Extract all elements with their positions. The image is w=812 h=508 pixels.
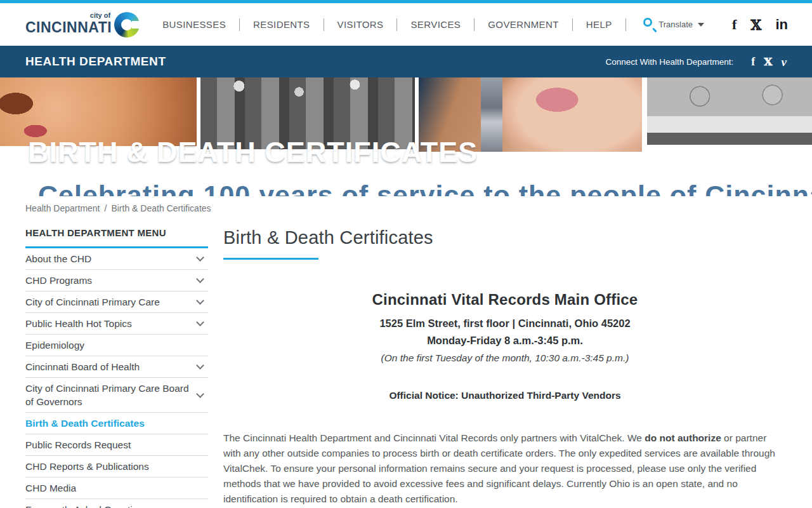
sidebar-item-board-of-health[interactable]: Cincinnati Board of Health	[25, 356, 208, 378]
sidebar-item-birth-death-certificates[interactable]: Birth & Death Certificates	[25, 413, 208, 434]
x-twitter-icon[interactable]: 𝕏	[764, 57, 772, 67]
vendor-notice-paragraph: The Cincinnati Health Department and Cin…	[223, 431, 787, 507]
chevron-down-icon	[196, 253, 204, 262]
nav-government[interactable]: GOVERNMENT	[488, 19, 559, 30]
title-accent-rule	[223, 258, 318, 260]
health-department-title[interactable]: HEALTH DEPARTMENT	[25, 55, 166, 69]
official-notice-heading: Official Notice: Unauthorized Third-Part…	[223, 390, 787, 401]
linkedin-icon[interactable]: in	[775, 18, 788, 32]
chevron-down-icon	[196, 318, 204, 326]
office-heading: Cincinnati Vital Records Main Office	[223, 291, 787, 309]
page-title: Birth & Death Certificates	[223, 227, 787, 248]
nav-residents[interactable]: RESIDENTS	[253, 19, 310, 30]
facebook-icon[interactable]: f	[732, 18, 737, 32]
health-department-menu: HEALTH DEPARTMENT MENU About the CHD CHD…	[25, 227, 208, 508]
nav-divider	[572, 18, 573, 31]
logo-cincinnati-text: CINCINNATI	[25, 19, 112, 36]
health-department-bar: HEALTH DEPARTMENT Connect With Health De…	[0, 46, 812, 77]
nav-services[interactable]: SERVICES	[410, 19, 461, 30]
translate-caret-icon[interactable]	[698, 23, 704, 27]
hero-banner: BIRTH & DEATH CERTIFICATES	[0, 77, 812, 152]
breadcrumb: Health Department/Birth & Death Certific…	[25, 203, 812, 213]
chevron-down-icon	[196, 390, 204, 398]
primary-nav: BUSINESSES RESIDENTS VISITORS SERVICES G…	[162, 17, 658, 33]
sidebar-item-about-the-chd[interactable]: About the CHD	[25, 248, 208, 270]
connect-label: Connect With Health Department:	[606, 57, 734, 67]
sidebar-item-faq[interactable]: Frequently Asked Questions	[25, 499, 208, 508]
site-header: city of CINCINNATI BUSINESSES RESIDENTS …	[0, 3, 812, 46]
chevron-down-icon	[196, 275, 204, 283]
hero-photo-incubator	[647, 77, 812, 145]
sidebar-item-hot-topics[interactable]: Public Health Hot Topics	[25, 313, 208, 335]
sidebar-item-public-records-request[interactable]: Public Records Request	[25, 434, 208, 456]
translate-label[interactable]: Translate	[658, 20, 693, 29]
office-address: 1525 Elm Street, first floor | Cincinnat…	[223, 318, 787, 330]
sidebar-item-primary-care[interactable]: City of Cincinnati Primary Care	[25, 291, 208, 313]
nav-divider	[239, 18, 240, 31]
office-hours: Monday-Friday 8 a.m.-3:45 p.m.	[223, 335, 787, 347]
office-hours-note: (On the first Tuesday of the month, 10:3…	[223, 352, 787, 364]
chevron-down-icon	[196, 297, 204, 305]
nav-divider	[474, 18, 475, 31]
logo-city-of-text: city of	[90, 11, 110, 19]
sidebar-item-primary-care-board-of-governors[interactable]: City of Cincinnati Primary Care Board of…	[25, 378, 208, 413]
search-icon[interactable]	[642, 17, 658, 33]
tagline-clipped-region: Celebrating 100 years of service to the …	[38, 182, 812, 196]
nav-divider	[324, 18, 324, 31]
sidebar-item-chd-reports-publications[interactable]: CHD Reports & Publications	[25, 456, 208, 478]
x-twitter-icon[interactable]: 𝕏	[750, 18, 761, 32]
main-content: Birth & Death Certificates Cincinnati Vi…	[208, 227, 787, 508]
breadcrumb-separator: /	[105, 203, 107, 213]
hero-page-title: BIRTH & DEATH CERTIFICATES	[28, 136, 478, 169]
city-of-cincinnati-logo[interactable]: city of CINCINNATI	[25, 12, 140, 37]
sidebar-item-epidemiology[interactable]: Epidemiology	[25, 335, 208, 356]
nav-businesses[interactable]: BUSINESSES	[162, 19, 226, 30]
vimeo-icon[interactable]: v	[782, 56, 787, 68]
cincinnati-c-swirl-icon	[114, 12, 140, 37]
sidebar-item-chd-media[interactable]: CHD Media	[25, 478, 208, 499]
nav-divider	[396, 18, 397, 31]
chevron-down-icon	[196, 361, 204, 370]
centennial-tagline: Celebrating 100 years of service to the …	[38, 182, 812, 196]
sidebar-item-chd-programs[interactable]: CHD Programs	[25, 270, 208, 291]
nav-visitors[interactable]: VISITORS	[337, 19, 384, 30]
breadcrumb-current: Birth & Death Certificates	[111, 203, 211, 213]
do-not-authorize-emphasis: do not authorize	[645, 432, 721, 443]
facebook-icon[interactable]: f	[751, 56, 755, 67]
nav-divider	[625, 18, 626, 31]
nav-help[interactable]: HELP	[586, 19, 612, 30]
sidebar-title: HEALTH DEPARTMENT MENU	[25, 227, 208, 248]
breadcrumb-health-department[interactable]: Health Department	[25, 203, 100, 213]
vital-records-office-info: Cincinnati Vital Records Main Office 152…	[223, 291, 787, 401]
